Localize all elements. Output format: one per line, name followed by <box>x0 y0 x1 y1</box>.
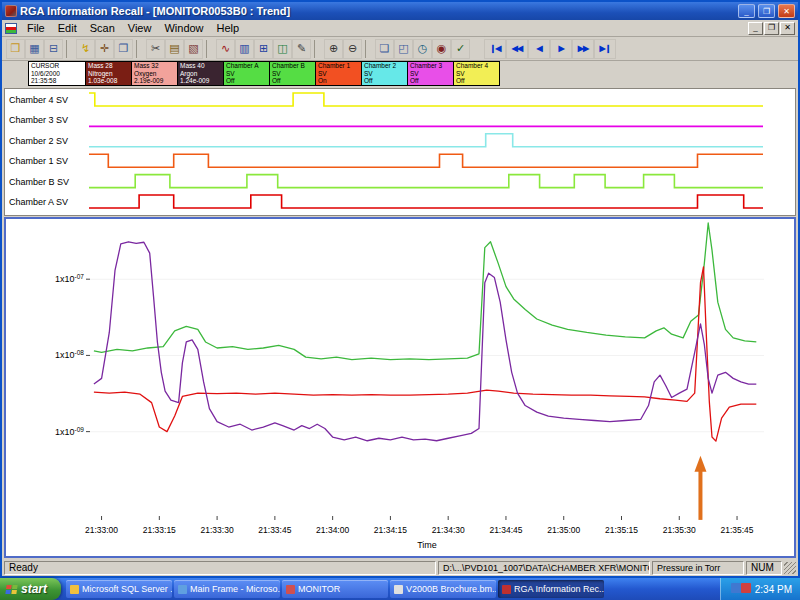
paste-button[interactable]: ▤ <box>165 39 184 59</box>
mdi-minimize-button[interactable]: _ <box>748 22 763 35</box>
resize-grip[interactable] <box>784 562 796 574</box>
taskbar-task-4[interactable]: V2000B Brochure.bm... <box>390 580 496 598</box>
toolbar: ❒▦⊟↯✛❐✂▤▧∿▥⊞◫✎⊕⊖❏◰◷◉✓ ❙◀◀◀◀▶▶▶▶❙ <box>2 37 798 61</box>
start-label: start <box>21 582 47 596</box>
taskbar-clock: 2:34 PM <box>755 584 792 595</box>
x-axis-tick-label: 21:35:30 <box>663 525 696 535</box>
x-axis-tick-label: 21:35:15 <box>605 525 638 535</box>
taskbar-task-1[interactable]: Microsoft SQL Server ... <box>66 580 172 598</box>
fast-forward-button[interactable]: ▶▶ <box>572 39 594 59</box>
x-axis-tick-label: 21:33:15 <box>143 525 176 535</box>
cascade-windows-button[interactable]: ◰ <box>394 39 413 59</box>
task-window-icon <box>286 585 295 594</box>
step-forward-button[interactable]: ▶ <box>550 39 572 59</box>
print-button[interactable]: ⊟ <box>44 39 63 59</box>
x-axis-tick-label: 21:33:30 <box>201 525 234 535</box>
app-window: RGA Information Recall - [MONITOR0053B0 … <box>0 0 800 578</box>
x-axis-title: Time <box>417 540 437 550</box>
maximize-button[interactable]: ❐ <box>758 4 775 18</box>
scan-run-button[interactable]: ↯ <box>76 39 95 59</box>
digital-trace <box>89 195 763 208</box>
snapshot-button[interactable]: ◉ <box>432 39 451 59</box>
cursor-time: 21:35:58 <box>31 77 83 85</box>
menu-file[interactable]: File <box>21 21 51 35</box>
task-label: MONITOR <box>298 584 340 594</box>
title-bar[interactable]: RGA Information Recall - [MONITOR0053B0 … <box>2 2 798 20</box>
cursor-label: CURSOR <box>31 62 83 70</box>
zoom-out-button[interactable]: ⊖ <box>343 39 362 59</box>
channel-indicator-9: Chamber 4 SVOff <box>454 61 500 86</box>
delete-button[interactable]: ▧ <box>184 39 203 59</box>
menu-edit[interactable]: Edit <box>52 21 83 35</box>
x-axis-tick-label: 21:34:30 <box>432 525 465 535</box>
digital-trace <box>89 175 763 188</box>
zoom-in-button[interactable]: ⊕ <box>324 39 343 59</box>
tile-windows-button[interactable]: ❏ <box>375 39 394 59</box>
taskbar-task-2[interactable]: Main Frame - Microso... <box>174 580 280 598</box>
annotate-button[interactable]: ✎ <box>292 39 311 59</box>
jump-to-end-button[interactable]: ▶❙ <box>594 39 616 59</box>
status-ready: Ready <box>4 561 436 575</box>
channel-indicator-2: Mass 32Oxygen2.19e-009 <box>132 61 178 86</box>
mdi-close-button[interactable]: ✕ <box>780 22 795 35</box>
x-axis-tick-label: 21:35:45 <box>721 525 754 535</box>
cut-button[interactable]: ✂ <box>146 39 165 59</box>
digital-trace <box>89 134 763 147</box>
taskbar-tasks: Microsoft SQL Server ...Main Frame - Mic… <box>65 580 605 598</box>
mdi-restore-button[interactable]: ❐ <box>764 22 779 35</box>
desktop-screen: RGA Information Recall - [MONITOR0053B0 … <box>0 0 800 600</box>
event-arrow-annotation <box>694 456 706 520</box>
channel-indicator-1: Mass 28Nitrogen1.03e-008 <box>86 61 132 86</box>
tray-alert-icon[interactable] <box>741 583 751 593</box>
minimize-button[interactable]: _ <box>738 4 755 18</box>
channel-indicator-8: Chamber 3 SVOff <box>408 61 454 86</box>
channel-indicator-3: Mass 40Argon1.24e-009 <box>178 61 224 86</box>
open-button[interactable]: ❒ <box>6 39 25 59</box>
fast-backward-button[interactable]: ◀◀ <box>506 39 528 59</box>
taskbar-task-5[interactable]: RGA Information Rec... <box>498 580 604 598</box>
help-pointer-button[interactable]: ✓ <box>451 39 470 59</box>
step-backward-button[interactable]: ◀ <box>528 39 550 59</box>
menu-window[interactable]: Window <box>158 21 209 35</box>
task-window-icon <box>502 585 511 594</box>
channel-indicators: Mass 28Nitrogen1.03e-008Mass 32Oxygen2.1… <box>86 61 500 86</box>
digital-traces: Chamber 4 SVChamber 3 SVChamber 2 SVCham… <box>5 89 795 215</box>
close-button[interactable]: ✕ <box>778 4 795 18</box>
bar-view-button[interactable]: ▥ <box>235 39 254 59</box>
start-button[interactable]: start <box>0 578 61 600</box>
digital-channel-label: Chamber 3 SV <box>9 115 68 125</box>
trend-chart[interactable]: 1x10-071x10-081x10-0921:33:0021:33:1521:… <box>6 219 794 556</box>
taskbar: start Microsoft SQL Server ...Main Frame… <box>0 578 800 600</box>
y-axis-tick-label: 1x10-08 <box>55 349 84 360</box>
table-view-button[interactable]: ⊞ <box>254 39 273 59</box>
task-label: RGA Information Rec... <box>514 584 604 594</box>
settings-wrench-button[interactable]: ✛ <box>95 39 114 59</box>
status-pressure-units: Pressure in Torr <box>652 561 744 575</box>
save-button[interactable]: ▦ <box>25 39 44 59</box>
menu-scan[interactable]: Scan <box>84 21 121 35</box>
copy-button[interactable]: ❐ <box>114 39 133 59</box>
clock-schedule-button[interactable]: ◷ <box>413 39 432 59</box>
trend-view-button[interactable]: ◫ <box>273 39 292 59</box>
taskbar-task-3[interactable]: MONITOR <box>282 580 388 598</box>
menu-view[interactable]: View <box>122 21 158 35</box>
trend-series-mass-32-oxygen <box>94 267 756 441</box>
digital-channel-label: Chamber 4 SV <box>9 95 68 105</box>
menu-bar: File Edit Scan View Window Help _ ❐ ✕ <box>2 20 798 37</box>
menu-help[interactable]: Help <box>211 21 246 35</box>
trend-series-mass-28-nitrogen <box>94 223 756 360</box>
x-axis-tick-label: 21:34:00 <box>316 525 349 535</box>
x-axis-tick-label: 21:33:45 <box>258 525 291 535</box>
digital-channel-label: Chamber 1 SV <box>9 156 68 166</box>
tray-network-icon[interactable] <box>731 583 741 593</box>
channel-indicator-5: Chamber B SVOff <box>270 61 316 86</box>
task-window-icon <box>70 585 79 594</box>
system-tray: 2:34 PM <box>720 578 800 600</box>
spectrum-view-button[interactable]: ∿ <box>216 39 235 59</box>
jump-to-start-button[interactable]: ❙◀ <box>484 39 506 59</box>
x-axis-tick-label: 21:35:00 <box>547 525 580 535</box>
trend-chart-panel[interactable]: 1x10-071x10-081x10-0921:33:0021:33:1521:… <box>4 217 796 558</box>
task-label: Main Frame - Microso... <box>190 584 280 594</box>
task-label: V2000B Brochure.bm... <box>406 584 496 594</box>
app-icon <box>5 5 17 17</box>
